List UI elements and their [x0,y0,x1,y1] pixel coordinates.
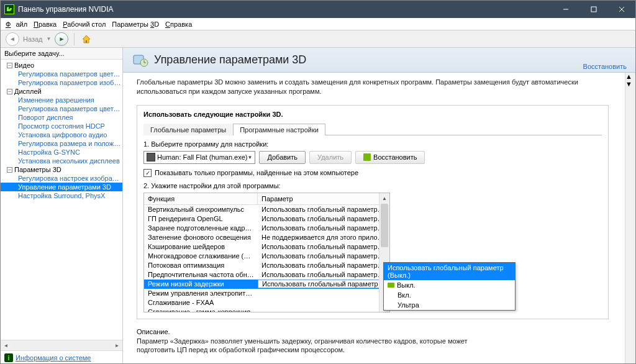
checkbox-checked-icon: ✓ [143,169,152,177]
dropdown-option[interactable]: Вкл. [384,290,515,300]
dropdown-option[interactable]: Ультра [384,300,515,310]
titlebar: Панель управления NVIDIA [1,1,635,18]
tab-global[interactable]: Глобальные параметры [143,124,233,135]
tree-item[interactable]: Поворот дисплея [1,113,122,122]
tree-item[interactable]: Регулировка настроек изображения с п [1,174,122,183]
tree-group-3d[interactable]: −Параметры 3D [1,165,122,174]
back-button[interactable]: ◄ [6,32,19,46]
menu-file[interactable]: Файл [3,19,30,29]
app-icon [147,153,155,162]
task-tree: −Видео Регулировка параметров цвета для … [1,60,122,340]
page-header: Управление параметрами 3D Восстановить [123,48,635,73]
menu-edit[interactable]: Правка [31,19,59,29]
table-row[interactable]: Режим управления электропитанием [144,289,389,298]
tree-group-display[interactable]: −Дисплей [1,87,122,96]
window-title: Панель управления NVIDIA [18,5,114,14]
content: Управление параметрами 3D Восстановить Г… [123,48,635,364]
step2-label: 2. Укажите настройки для этой программы: [143,182,602,189]
table-header: Функция Параметр [144,193,389,205]
remove-button: Удалить [309,151,352,164]
collapse-icon[interactable]: − [7,89,12,94]
page-title: Управление параметрами 3D [154,53,306,66]
toolbar: ◄ Назад ▼ ► [1,30,635,48]
page-header-icon [132,52,149,69]
info-icon: i [4,353,13,362]
settings-table: Функция Параметр Вертикальный синхроимпу… [143,193,390,312]
th-parameter[interactable]: Параметр [258,193,389,204]
add-button[interactable]: Добавить [259,151,306,164]
tree-item[interactable]: Просмотр состояния HDCP [1,122,122,130]
sidebar: Выберите задачу... −Видео Регулировка па… [1,48,123,364]
table-row[interactable]: Затенение фонового освещенияНе поддержив… [144,233,389,242]
collapse-icon[interactable]: − [7,63,12,68]
minimize-button[interactable] [552,1,579,18]
nvidia-logo-icon [363,153,371,161]
tree-item[interactable]: Регулировка параметров цвета для вид [1,70,122,78]
table-row[interactable]: Сглаживание - гамма-коррекция [144,307,389,312]
table-row[interactable]: Потоковая оптимизацияИспользовать глобал… [144,261,389,270]
settings-group: Использовать следующие настройки 3D. Гло… [137,105,609,319]
nvidia-app-icon [4,4,14,14]
menu-3d[interactable]: Параметры 3D [109,19,161,29]
close-button[interactable] [607,1,635,18]
description-section: Описание. Параметр «Задержка» позволяет … [137,328,627,355]
group-title: Использовать следующие настройки 3D. [143,111,602,118]
table-row[interactable]: Многокадровое сглаживание (MFAA)Использо… [144,252,389,261]
tabs: Глобальные параметры Программные настрой… [143,123,602,135]
table-row[interactable]: Сглаживание - FXAA [144,298,389,307]
sidebar-header: Выберите задачу... [1,48,122,60]
tree-item[interactable]: Настройка G-SYNC [1,148,122,157]
th-function[interactable]: Функция [144,193,258,204]
nvidia-dot-icon [388,283,394,288]
home-button[interactable] [80,33,93,45]
tree-group-video[interactable]: −Видео [1,61,122,70]
table-row[interactable]: Заранее подготовленные кадры вирту...Исп… [144,224,389,233]
chevron-down-icon: ▼ [248,155,253,160]
collapse-icon[interactable]: − [7,167,12,173]
program-select[interactable]: Human: Fall Flat (human.exe)▼ [143,151,255,164]
table-body: Вертикальный синхроимпульсИспользовать г… [144,205,389,312]
description-text: Параметр «Задержка» позволяет уменьшить … [137,337,484,355]
show-only-found-checkbox[interactable]: ✓Показывать только программы, найденные … [143,169,602,177]
sidebar-footer: i Информация о системе [1,350,122,364]
table-row[interactable]: Вертикальный синхроимпульсИспользовать г… [144,205,389,214]
dropdown-option[interactable]: Выкл. [384,280,515,290]
tree-item[interactable]: Установка нескольких дисплеев [1,157,122,165]
step1-label: 1. Выберите программу для настройки: [143,140,602,148]
dropdown-option[interactable]: Использовать глобальный параметр (Выкл.) [384,263,515,280]
restore-button: Восстановить [355,151,425,164]
tree-item[interactable]: Регулировка параметров изображения [1,78,122,87]
tree-item[interactable]: Регулировка размера и положения рабо [1,139,122,148]
back-chevron-icon[interactable]: ▼ [47,36,52,42]
table-row[interactable]: Кэширование шейдеровИспользовать глобаль… [144,242,389,252]
forward-button[interactable]: ► [55,32,68,46]
system-info-link[interactable]: Информация о системе [16,354,91,362]
parameter-dropdown: Использовать глобальный параметр (Выкл.)… [383,262,516,311]
intro-text: Глобальные параметры 3D можно заменить и… [137,78,627,96]
svg-rect-4 [86,40,87,43]
tree-item[interactable]: Настройка Surround, PhysX [1,191,122,200]
back-label: Назад [23,35,43,43]
tree-item[interactable]: Регулировка параметров цвета рабоче [1,104,122,113]
tree-item[interactable]: Установка цифрового аудио [1,130,122,139]
table-row[interactable]: Режим низкой задержкиИспользовать глобал… [144,280,389,289]
menu-desktop[interactable]: Рабочий стол [60,19,108,29]
menubar: Файл Правка Рабочий стол Параметры 3D Сп… [1,18,635,30]
description-title: Описание. [137,328,627,335]
tree-item-manage-3d[interactable]: Управление параметрами 3D [1,183,122,191]
restore-link[interactable]: Восстановить [583,63,627,72]
tree-item[interactable]: Изменение разрешения [1,96,122,104]
sidebar-hscroll[interactable]: ◄► [1,340,122,350]
table-row[interactable]: ГП рендеринга OpenGLИспользовать глобаль… [144,214,389,224]
maximize-button[interactable] [579,1,607,18]
tab-program[interactable]: Программные настройки [233,124,325,135]
svg-rect-1 [591,7,596,12]
table-row[interactable]: Предпочтительная частота обновления...Ис… [144,270,389,280]
content-vscroll[interactable]: ▲▼ [625,73,635,364]
menu-help[interactable]: Справка [163,19,194,29]
